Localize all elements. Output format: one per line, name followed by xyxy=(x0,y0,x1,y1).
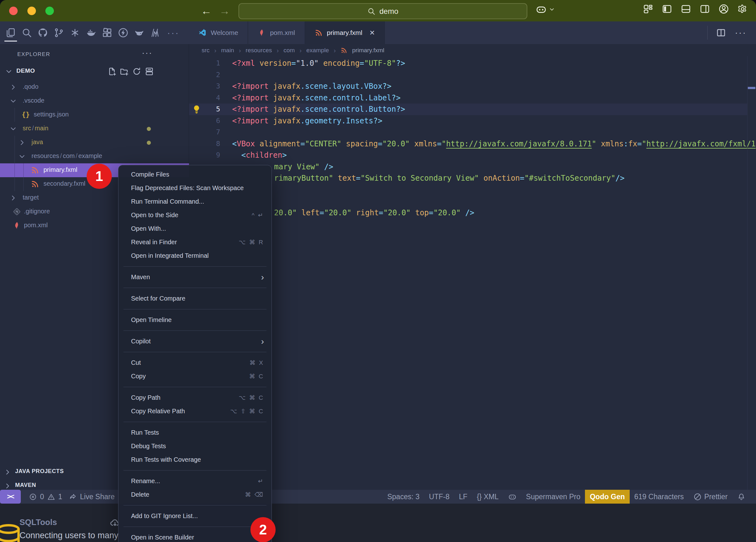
context-menu: Compile FilesFlag Deprecated Files: Scan… xyxy=(118,165,272,542)
activity-item-splat[interactable] xyxy=(69,23,81,42)
status-label: Qodo Gen xyxy=(590,493,625,501)
status-619-characters[interactable]: 619 Characters xyxy=(630,490,689,504)
settings-icon[interactable] xyxy=(737,4,748,14)
menu-item-shortcut: ^ ↵ xyxy=(252,212,264,219)
activity-item-files[interactable] xyxy=(4,23,17,42)
workspace-section-header[interactable]: DEMO xyxy=(0,65,189,79)
menu-item-open-in-scene-builder[interactable]: Open in Scene Builder xyxy=(118,531,272,542)
status-supermaven-pro[interactable]: Supermaven Pro xyxy=(521,490,585,504)
line-number: 2 xyxy=(189,69,220,81)
explorer-more-icon[interactable]: ··· xyxy=(142,48,152,58)
menu-divider xyxy=(123,266,266,267)
zoom-window-button[interactable] xyxy=(45,7,54,15)
menu-item-run-tests-with-coverage[interactable]: Run Tests with Coverage xyxy=(118,453,272,466)
tree-item-settings.json[interactable]: {}settings.json xyxy=(0,108,189,122)
remote-indicator[interactable]: >< xyxy=(0,490,21,504)
tree-item-.vscode[interactable]: .vscode xyxy=(0,94,189,108)
breadcrumb-item[interactable]: src xyxy=(202,47,209,54)
menu-item-open-in-integrated-terminal[interactable]: Open in Integrated Terminal xyxy=(118,249,272,263)
menu-item-open-timeline[interactable]: Open Timeline xyxy=(118,313,272,327)
rss-icon xyxy=(31,180,39,188)
live-share-button[interactable]: Live Share xyxy=(69,490,115,504)
status-bell[interactable] xyxy=(732,490,750,504)
breadcrumb[interactable]: src›main›resources›com›example›primary.f… xyxy=(189,44,756,57)
menu-item-cut[interactable]: Cut⌘ X xyxy=(118,356,272,369)
copilot-menu-button[interactable] xyxy=(535,4,555,15)
menu-item-copilot[interactable]: Copilot› xyxy=(118,334,272,348)
status-qodo-gen[interactable]: Qodo Gen xyxy=(585,490,629,504)
status--xml[interactable]: {} XML xyxy=(472,490,503,504)
status-prettier[interactable]: Prettier xyxy=(689,490,732,504)
panel-right-icon[interactable] xyxy=(700,4,710,14)
menu-item-shortcut: ⌘ C xyxy=(249,373,264,380)
tree-item-src/main[interactable]: src/main xyxy=(0,122,189,136)
code-line-9: 9 <children> xyxy=(189,150,756,161)
menu-item-delete[interactable]: Delete⌘ ⌫ xyxy=(118,488,272,501)
activity-item-search[interactable] xyxy=(20,23,33,42)
breadcrumb-item[interactable]: example xyxy=(306,47,329,54)
activity-item-extensions[interactable] xyxy=(101,23,113,42)
new-folder-icon[interactable] xyxy=(119,67,129,76)
split-editor-icon[interactable] xyxy=(716,28,726,38)
menu-item-rename[interactable]: Rename...↵ xyxy=(118,474,272,488)
menu-item-open-with[interactable]: Open With... xyxy=(118,222,272,236)
status-spaces-3[interactable]: Spaces: 3 xyxy=(382,490,424,504)
command-center-search[interactable]: demo xyxy=(238,3,527,19)
menu-item-copy-path[interactable]: Copy Path⌥ ⌘ C xyxy=(118,391,272,404)
breadcrumb-item[interactable]: com xyxy=(283,47,295,54)
menu-item-reveal-in-finder[interactable]: Reveal in Finder⌥ ⌘ R xyxy=(118,236,272,249)
activity-item-maven[interactable] xyxy=(149,23,162,42)
menu-item-label: Copy Relative Path xyxy=(131,408,185,415)
new-file-icon[interactable] xyxy=(107,67,117,76)
code-text: <VBox alignment="CENTER" spacing="20.0" … xyxy=(220,138,756,150)
tab-primary.fxml[interactable]: primary.fxml× xyxy=(305,21,385,44)
more-actions-icon[interactable]: ··· xyxy=(735,28,747,38)
activity-item-source-control[interactable] xyxy=(53,23,65,42)
menu-item-flag-deprecated-files-scan-workspace[interactable]: Flag Deprecated Files: Scan Workspace xyxy=(118,181,272,195)
copilot-icon xyxy=(535,4,547,15)
menu-item-debug-tests[interactable]: Debug Tests xyxy=(118,439,272,453)
tab-pom.xml[interactable]: pom.xml xyxy=(248,21,305,44)
json-icon: {} xyxy=(22,111,30,118)
menu-item-open-to-the-side[interactable]: Open to the Side^ ↵ xyxy=(118,208,272,222)
activity-item-thunder[interactable] xyxy=(117,23,129,42)
menu-item-compile-files[interactable]: Compile Files xyxy=(118,168,272,181)
tree-item-.qodo[interactable]: .qodo xyxy=(0,80,189,94)
activity-item-github[interactable] xyxy=(37,23,49,42)
menu-item-select-for-compare[interactable]: Select for Compare xyxy=(118,292,272,305)
refresh-icon[interactable] xyxy=(132,67,141,76)
menu-item-maven[interactable]: Maven› xyxy=(118,271,272,284)
status-copilot[interactable] xyxy=(503,490,521,504)
code-area[interactable]: 1<?xml version="1.0" encoding="UTF-8"?>2… xyxy=(189,57,756,161)
tab-Welcome[interactable]: Welcome xyxy=(189,21,248,44)
customize-layout-icon[interactable] xyxy=(643,4,653,14)
minimize-window-button[interactable] xyxy=(27,7,36,15)
activity-item-docker[interactable] xyxy=(85,23,97,42)
close-window-button[interactable] xyxy=(9,7,18,15)
menu-item-add-to-git-ignore-list[interactable]: Add to GIT Ignore List... xyxy=(118,509,272,523)
breadcrumb-item[interactable]: main xyxy=(221,47,234,54)
code-line-1: 1<?xml version="1.0" encoding="UTF-8"?> xyxy=(189,58,756,69)
back-button[interactable]: ← xyxy=(198,3,214,19)
close-icon[interactable]: × xyxy=(369,28,375,38)
status-lf[interactable]: LF xyxy=(454,490,472,504)
account-icon[interactable] xyxy=(719,4,729,14)
problems-indicator[interactable]: 01 xyxy=(29,490,62,504)
panel-bottom-icon[interactable] xyxy=(681,4,691,14)
menu-item-run-tests[interactable]: Run Tests xyxy=(118,426,272,439)
panel-left-icon[interactable] xyxy=(662,4,672,14)
activity-item-more[interactable]: ··· xyxy=(165,23,180,42)
menu-item-run-terminal-command[interactable]: Run Terminal Command... xyxy=(118,195,272,208)
forward-button[interactable]: → xyxy=(217,3,232,19)
lightbulb-icon[interactable] xyxy=(192,104,202,114)
breadcrumb-file[interactable]: primary.fxml xyxy=(352,47,384,54)
status-utf-8[interactable]: UTF-8 xyxy=(424,490,454,504)
breadcrumb-item[interactable]: resources xyxy=(246,47,272,54)
tree-item-resources/com/example[interactable]: resources/com/example xyxy=(0,150,189,163)
collapse-all-icon[interactable] xyxy=(145,67,154,76)
menu-item-copy-relative-path[interactable]: Copy Relative Path⌥ ⇧ ⌘ C xyxy=(118,404,272,418)
activity-item-fox[interactable] xyxy=(133,23,146,42)
menu-item-copy[interactable]: Copy⌘ C xyxy=(118,369,272,383)
tree-item-java[interactable]: java xyxy=(0,136,189,150)
chevron-right-icon: › xyxy=(214,47,216,54)
